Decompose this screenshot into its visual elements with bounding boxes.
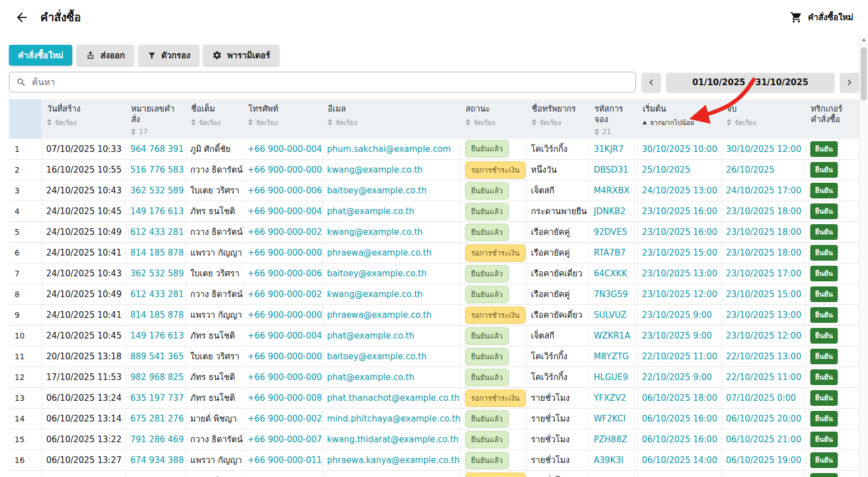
end-datetime-link[interactable]: 23/10/2025 18:00 xyxy=(726,206,801,216)
trigger-confirm-button[interactable]: ยืนยัน xyxy=(810,203,838,219)
start-datetime-link[interactable]: 23/10/2025 16:00 xyxy=(642,227,717,237)
status-badge[interactable]: รอการชำระเงิน xyxy=(465,390,526,407)
filter-button[interactable]: ตัวกรอง xyxy=(138,45,199,66)
parameters-button[interactable]: พารามิเตอร์ xyxy=(203,45,279,66)
email-link[interactable]: phraewa.kanya@example.co.th xyxy=(327,455,460,465)
sort-button-resource[interactable]: จัดเรียง xyxy=(532,117,583,128)
status-badge[interactable]: ยืนยันแล้ว xyxy=(465,410,509,428)
order-number-link[interactable]: 516 776 583 xyxy=(131,165,184,175)
new-order-button[interactable]: คำสั่งซื้อใหม่ xyxy=(9,45,72,66)
sort-button-created[interactable]: จัดเรียง xyxy=(47,117,120,128)
email-link[interactable]: phat@example.co.th xyxy=(327,206,415,216)
booking-code-link[interactable]: A39K3I xyxy=(594,455,624,465)
email-link[interactable]: baitoey@example.co.th xyxy=(327,268,427,279)
trigger-confirm-button[interactable]: ยืนยัน xyxy=(810,141,838,157)
end-datetime-link[interactable]: 30/10/2025 12:00 xyxy=(726,144,801,154)
end-datetime-link[interactable]: 23/10/2025 18:00 xyxy=(726,227,801,237)
phone-link[interactable]: +66 900-000-008 xyxy=(248,393,322,403)
next-date-range-button[interactable] xyxy=(840,73,859,92)
status-badge[interactable]: รอการชำระเงิน xyxy=(465,161,526,179)
booking-code-link[interactable]: PZH88Z xyxy=(594,434,628,444)
end-datetime-link[interactable]: 22/10/2025 11:00 xyxy=(726,372,801,382)
status-badge[interactable]: ยืนยันแล้ว xyxy=(465,327,509,345)
sort-button-full-name[interactable]: จัดเรียง xyxy=(191,117,237,128)
order-number-link[interactable]: 635 197 737 xyxy=(131,393,184,403)
booking-code-link[interactable]: SULVUZ xyxy=(594,310,626,320)
end-datetime-link[interactable]: 23/10/2025 13:00 xyxy=(726,310,801,320)
search-input[interactable] xyxy=(32,77,629,87)
end-datetime-link[interactable]: 06/10/2025 19:00 xyxy=(726,455,801,465)
order-number-link[interactable]: 149 176 613 xyxy=(131,206,184,216)
end-datetime-link[interactable]: 24/10/2025 17:00 xyxy=(726,186,801,196)
booking-code-link[interactable]: 92DVE5 xyxy=(594,227,628,237)
email-link[interactable]: phraewa@example.co.th xyxy=(327,248,432,258)
status-badge[interactable]: ยืนยันแล้ว xyxy=(465,203,509,220)
order-number-link[interactable]: 791 286 469 xyxy=(131,434,184,444)
email-link[interactable]: mind.phitchaya@example.co.th xyxy=(327,414,461,424)
order-number-link[interactable]: 675 281 276 xyxy=(131,414,184,424)
email-link[interactable]: phat@example.co.th xyxy=(327,331,415,341)
trigger-confirm-button[interactable]: ยืนยัน xyxy=(810,224,838,240)
trigger-confirm-button[interactable]: ยืนยัน xyxy=(810,411,838,427)
start-datetime-link[interactable]: 06/10/2025 16:00 xyxy=(642,434,717,444)
phone-link[interactable]: +66 900-000-000 xyxy=(248,165,322,175)
order-number-link[interactable]: 889 541 365 xyxy=(131,351,184,362)
trigger-confirm-button[interactable]: ยืนยัน xyxy=(810,369,838,385)
booking-code-link[interactable]: 64CXKK xyxy=(594,268,628,279)
start-datetime-link[interactable]: 23/10/2025 16:00 xyxy=(642,206,717,216)
start-datetime-link[interactable]: 22/10/2025 9:00 xyxy=(642,372,712,382)
email-link[interactable]: phraewa@example.co.th xyxy=(327,310,432,320)
order-number-link[interactable]: 612 433 281 xyxy=(131,289,184,299)
order-number-link[interactable]: 814 185 878 xyxy=(131,310,184,320)
email-link[interactable]: baitoey@example.co.th xyxy=(327,186,427,196)
email-link[interactable]: baitoey@example.co.th xyxy=(327,351,427,362)
trigger-confirm-button[interactable]: ยืนยัน xyxy=(810,286,838,302)
status-badge[interactable]: ยืนยันแล้ว xyxy=(465,369,509,386)
sort-button-start[interactable]: ▲จากมากไปน้อย xyxy=(643,117,716,128)
end-datetime-link[interactable]: 07/10/2025 0:00 xyxy=(726,393,796,403)
phone-link[interactable]: +66 900-000-004 xyxy=(248,331,322,341)
sort-button-booking-code[interactable]: 21 xyxy=(595,128,632,136)
end-datetime-link[interactable]: 23/10/2025 18:00 xyxy=(726,248,801,258)
phone-link[interactable]: +66 900-000-000 xyxy=(248,372,322,382)
order-number-link[interactable]: 964 768 391 xyxy=(131,144,184,154)
trigger-confirm-button[interactable]: ยืนยัน xyxy=(810,328,838,344)
sort-button-end[interactable]: จัดเรียง xyxy=(727,117,800,128)
phone-link[interactable]: +66 900-000-000 xyxy=(248,351,322,362)
status-badge[interactable]: ยืนยันแล้ว xyxy=(465,140,509,158)
phone-link[interactable]: +66 900-000-011 xyxy=(248,455,322,465)
booking-code-link[interactable]: M4RXBX xyxy=(594,186,630,196)
trigger-confirm-button[interactable]: ยืนยัน xyxy=(810,390,838,406)
start-datetime-link[interactable]: 23/10/2025 9:00 xyxy=(642,310,712,320)
email-link[interactable]: kwang@example.co.th xyxy=(327,289,423,299)
email-link[interactable]: phat.thanachot@example.co.th xyxy=(327,393,460,403)
email-link[interactable]: kwang.thidarat@example.co.th xyxy=(327,434,459,444)
end-datetime-link[interactable]: 06/10/2025 20:00 xyxy=(726,414,801,424)
status-badge[interactable]: ยืนยันแล้ว xyxy=(465,348,509,365)
sort-button-order-number[interactable]: 17 xyxy=(131,128,180,136)
phone-link[interactable]: +66 900-000-004 xyxy=(248,206,322,216)
status-badge[interactable]: รอการชำระเงิน xyxy=(465,244,526,262)
booking-code-link[interactable]: YFXZV2 xyxy=(594,393,626,403)
start-datetime-link[interactable]: 22/10/2025 11:00 xyxy=(642,351,717,362)
phone-link[interactable]: +66 900-000-004 xyxy=(248,144,322,154)
end-datetime-link[interactable]: 23/10/2025 15:00 xyxy=(726,289,801,299)
end-datetime-link[interactable]: 23/10/2025 12:00 xyxy=(726,331,801,341)
trigger-confirm-button[interactable]: ยืนยัน xyxy=(810,183,838,198)
end-datetime-link[interactable]: 26/10/2025 xyxy=(726,165,774,175)
start-datetime-link[interactable]: 25/10/2025 xyxy=(642,165,690,175)
email-link[interactable]: kwang@example.co.th xyxy=(327,165,423,175)
end-datetime-link[interactable]: 22/10/2025 13:00 xyxy=(726,351,801,362)
phone-link[interactable]: +66 900-000-000 xyxy=(248,310,322,320)
trigger-confirm-button[interactable]: ยืนยัน xyxy=(810,432,838,447)
export-button[interactable]: ส่งออก xyxy=(77,45,134,66)
trigger-confirm-button[interactable]: ยืนยัน xyxy=(810,349,838,364)
order-number-link[interactable]: 814 185 878 xyxy=(131,248,184,258)
booking-code-link[interactable]: JDNKB2 xyxy=(594,206,626,216)
order-number-link[interactable]: 674 934 388 xyxy=(131,455,184,465)
trigger-confirm-button[interactable]: ยืนยัน xyxy=(810,452,838,468)
phone-link[interactable]: +66 900-000-000 xyxy=(248,248,322,258)
order-number-link[interactable]: 362 532 589 xyxy=(131,186,184,196)
start-datetime-link[interactable]: 23/10/2025 12:00 xyxy=(642,289,717,299)
status-badge[interactable]: ยืนยันแล้ว xyxy=(465,431,509,448)
